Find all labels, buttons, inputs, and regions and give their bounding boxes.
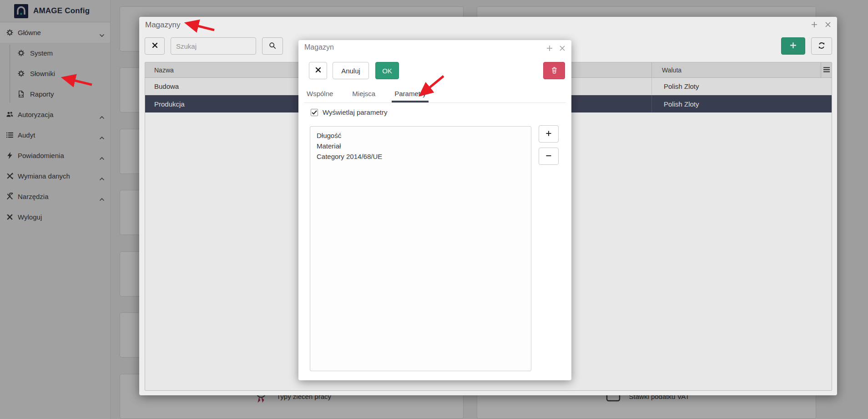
magazyn-tabs: Wspólne Miejsca Parametry [304,87,429,102]
show-parameters-checkbox-row[interactable]: Wyświetlaj parametry [311,108,387,116]
tab-separator [304,102,566,103]
parameter-item[interactable]: Category 2014/68/UE [317,151,525,162]
checkbox-label: Wyświetlaj parametry [323,108,387,116]
window-title: Magazyn [304,43,334,51]
magazyn-toolbar: Anuluj OK [298,62,571,79]
ok-button[interactable]: OK [375,62,399,79]
trash-icon [550,66,558,76]
screen: AMAGE Config Główne System [0,0,868,419]
cancel-button[interactable]: Anuluj [333,62,369,79]
x-icon [315,66,322,75]
window-add-icon[interactable] [546,45,553,52]
tab-miejsca[interactable]: Miejsca [349,87,378,102]
plus-icon [545,130,552,138]
delete-button[interactable] [543,62,565,79]
close-form-button[interactable] [309,62,327,79]
tab-wspolne[interactable]: Wspólne [304,87,336,102]
parameter-list[interactable]: Długość Materiał Category 2014/68/UE [310,126,531,371]
add-parameter-button[interactable] [539,125,559,143]
remove-parameter-button[interactable] [539,148,559,165]
window-close-icon[interactable] [559,45,566,52]
magazyn-window: Magazyn Anuluj OK Wspólne Miejsca Parame… [298,40,571,380]
checkbox-checked-icon[interactable] [311,109,318,116]
tab-parametry[interactable]: Parametry [392,87,429,102]
parameter-item[interactable]: Materiał [317,141,525,151]
minus-icon [545,152,552,161]
parameter-item[interactable]: Długość [317,130,525,141]
